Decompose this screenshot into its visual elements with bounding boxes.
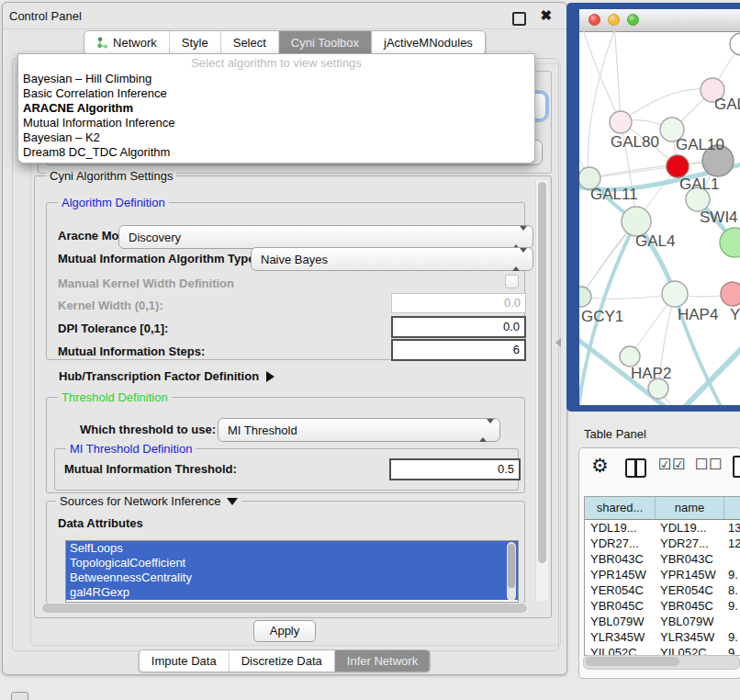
- scrollbar-thumb[interactable]: [586, 657, 679, 666]
- tab-network[interactable]: Network: [84, 31, 170, 54]
- table-cell: YBR043C: [655, 551, 723, 567]
- tab-jactivemnodules[interactable]: jActiveMNodules: [372, 31, 485, 54]
- hub-definition-section[interactable]: Hub/Transcription Factor Definition: [59, 369, 275, 384]
- table-row[interactable]: YLR345WYLR345W9.: [585, 629, 740, 645]
- network-view-window: GALGAL80GAL10GAL1GAL11SWI4GAL4HAP4YGCY1H…: [566, 3, 740, 412]
- tab-select[interactable]: Select: [221, 31, 279, 54]
- table-row[interactable]: YER054CYER054C8.: [585, 582, 740, 598]
- table-cell: YDR27...: [655, 536, 723, 551]
- tab-label: Discretize Data: [241, 654, 322, 668]
- table-row[interactable]: YDL19...YDL19...13: [585, 520, 740, 536]
- columns-icon[interactable]: [625, 458, 646, 478]
- minimized-panel-icon[interactable]: [11, 692, 28, 700]
- manual-kernel-checkbox[interactable]: [505, 275, 519, 288]
- network-edge[interactable]: [582, 31, 621, 122]
- table-row[interactable]: YPR145WYPR145W9.: [585, 567, 740, 582]
- attribute-item-gal4rgexp[interactable]: gal4RGexp: [66, 585, 518, 600]
- table-row[interactable]: YDR27...YDR27...12: [585, 536, 740, 551]
- data-attributes-list[interactable]: SelfLoopsTopologicalCoefficientBetweenne…: [65, 540, 519, 603]
- float-panel-icon[interactable]: [512, 12, 526, 26]
- table-row[interactable]: YBR043CYBR043C: [585, 551, 740, 567]
- table-row[interactable]: YBL079WYBL079W: [585, 614, 740, 629]
- table-cell: YDL19...: [655, 520, 723, 536]
- algorithm-item-mutual-information-inference[interactable]: Mutual Information Inference: [18, 116, 534, 130]
- sources-group: Sources for Network Inference Data Attri…: [46, 501, 525, 604]
- tab-discretize-data[interactable]: Discretize Data: [230, 650, 335, 672]
- node-label-gal4: GAL4: [635, 232, 675, 250]
- settings-vertical-scrollbar[interactable]: [535, 180, 548, 601]
- network-node-y[interactable]: [721, 282, 740, 306]
- aracne-mode-value: Discovery: [129, 231, 181, 244]
- gear-icon[interactable]: ⚙: [591, 455, 609, 477]
- attribute-item-selfloops[interactable]: SelfLoops: [66, 541, 518, 556]
- panel-splitter-handle[interactable]: [555, 338, 561, 347]
- node-label-hap4: HAP4: [678, 306, 718, 323]
- network-node-gal80[interactable]: [610, 111, 632, 133]
- network-node[interactable]: [720, 228, 740, 257]
- algorithm-item-dream8-dc-tdc-algorithm[interactable]: Dream8 DC_TDC Algorithm: [18, 145, 534, 160]
- network-node-hap4[interactable]: [662, 281, 688, 307]
- settings-horizontal-scrollbar[interactable]: [40, 603, 529, 614]
- algorithm-item-bayesian-k2[interactable]: Bayesian – K2: [18, 130, 534, 145]
- network-window-titlebar[interactable]: [579, 9, 740, 32]
- algorithm-item-bayesian-hill-climbing[interactable]: Bayesian – Hill Climbing: [18, 72, 534, 86]
- column-header-shared[interactable]: shared...: [585, 497, 656, 519]
- column-header-name[interactable]: name: [656, 497, 724, 519]
- aracne-mode-combo[interactable]: Discovery: [118, 225, 533, 249]
- algorithm-definition-group: Algorithm Definition Aracne Mode: Discov…: [46, 202, 525, 360]
- kernel-width-field[interactable]: 0.0: [391, 293, 526, 313]
- tab-cyni-toolbox[interactable]: Cyni Toolbox: [279, 31, 372, 54]
- zoom-window-icon[interactable]: [627, 14, 639, 26]
- sources-title-row[interactable]: Sources for Network Inference: [56, 494, 241, 508]
- attribute-item-topologicalcoefficient[interactable]: TopologicalCoefficient: [66, 556, 518, 570]
- network-canvas[interactable]: GALGAL80GAL10GAL1GAL11SWI4GAL4HAP4YGCY1H…: [579, 31, 740, 405]
- network-edge[interactable]: [589, 166, 678, 178]
- network-node-gal1[interactable]: [667, 155, 689, 177]
- dpi-tolerance-field[interactable]: 0.0: [391, 316, 526, 338]
- scrollbar-thumb[interactable]: [508, 544, 515, 588]
- network-node[interactable]: [730, 33, 740, 55]
- apply-button[interactable]: Apply: [253, 620, 316, 642]
- table-cell: YDL19...: [585, 520, 655, 536]
- column-header-a[interactable]: A: [724, 497, 740, 519]
- scrollbar-thumb[interactable]: [42, 604, 527, 613]
- attribute-item-betweennesscentrality[interactable]: BetweennessCentrality: [66, 570, 518, 585]
- select-all-icon[interactable]: ☑☑: [658, 456, 687, 473]
- deselect-all-icon[interactable]: ☐☐: [695, 456, 723, 473]
- mi-threshold-field[interactable]: 0.5: [389, 458, 521, 480]
- control-panel-window: Control Panel ✖ NetworkStyleSelectCyni T…: [2, 2, 567, 675]
- dpi-tolerance-label: DPI Tolerance [0,1]:: [58, 322, 168, 336]
- new-table-icon[interactable]: [733, 456, 740, 478]
- tab-label: Style: [182, 36, 208, 50]
- attributes-scrollbar[interactable]: [507, 542, 516, 601]
- table-row[interactable]: YBR045CYBR045C9.: [585, 598, 740, 614]
- algorithm-item-basic-correlation-inference[interactable]: Basic Correlation Inference: [18, 86, 534, 101]
- network-edge[interactable]: [614, 31, 621, 122]
- which-threshold-combo[interactable]: MI Threshold: [218, 418, 500, 442]
- close-icon[interactable]: ✖: [540, 7, 552, 24]
- network-node-hap2[interactable]: [620, 346, 640, 367]
- which-threshold-value: MI Threshold: [228, 423, 297, 437]
- tab-infer-network[interactable]: Infer Network: [335, 650, 430, 672]
- mi-threshold-group: MI Threshold Definition Mutual Informati…: [54, 448, 519, 491]
- which-threshold-label: Which threshold to use:: [80, 423, 216, 437]
- network-edge-bundle[interactable]: [681, 344, 740, 405]
- network-edge[interactable]: [588, 31, 616, 178]
- network-node-gcy1[interactable]: [579, 287, 591, 307]
- mi-steps-field[interactable]: 6: [391, 339, 526, 361]
- network-edge[interactable]: [621, 89, 712, 122]
- tab-style[interactable]: Style: [170, 31, 221, 54]
- tab-impute-data[interactable]: Impute Data: [140, 650, 230, 672]
- algorithm-list: Bayesian – Hill ClimbingBasic Correlatio…: [18, 72, 534, 160]
- scrollbar-thumb[interactable]: [538, 182, 546, 563]
- table-horizontal-scrollbar[interactable]: [583, 655, 740, 670]
- table-cell: 9.: [723, 598, 740, 614]
- threshold-definition-group: Threshold Definition Which threshold to …: [46, 397, 525, 493]
- algorithm-item-aracne-algorithm[interactable]: ARACNE Algorithm: [18, 101, 534, 116]
- table-cell: 9.: [723, 567, 740, 582]
- network-edge[interactable]: [581, 294, 675, 299]
- minimize-window-icon[interactable]: [608, 14, 620, 26]
- table-cell: YPR145W: [585, 567, 655, 582]
- mi-type-combo[interactable]: Naive Bayes: [251, 247, 533, 271]
- close-window-icon[interactable]: [589, 14, 600, 26]
